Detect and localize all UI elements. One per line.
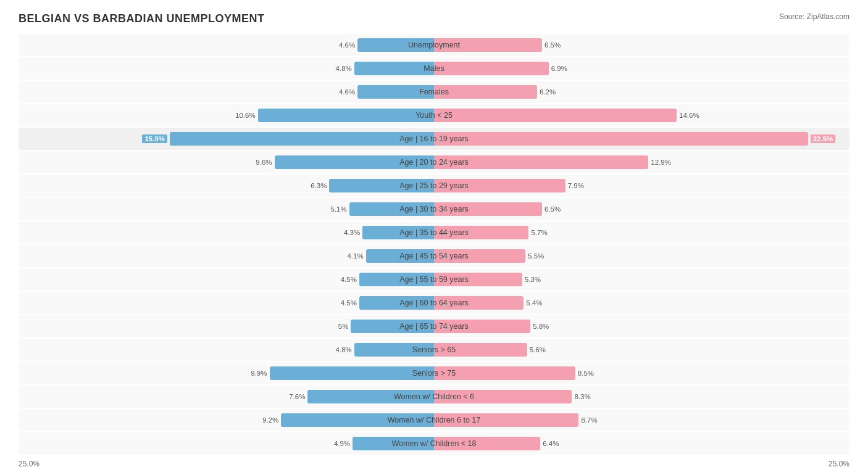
bar-blue-14 — [270, 366, 435, 380]
val-left-1: 4.8% — [336, 65, 352, 72]
bar-row: 9.2% 8.7% Women w/ Children 6 to 17 — [19, 409, 849, 431]
left-side-8: 4.3% — [19, 221, 434, 244]
left-side-3: 10.6% — [19, 104, 434, 126]
val-left-15: 7.6% — [289, 393, 305, 400]
chart-header: BELGIAN VS BARBADIAN UNEMPLOYMENT Source… — [19, 12, 849, 25]
bar-pink-17 — [434, 437, 540, 450]
bar-row: 15.9% 22.5% Age | 16 to 19 years — [19, 128, 849, 150]
val-right-15: 8.3% — [574, 393, 590, 400]
bar-pink-13 — [434, 343, 527, 357]
val-left-17: 4.9% — [334, 440, 350, 447]
bar-row: 4.3% 5.7% Age | 35 to 44 years — [19, 221, 849, 244]
val-right-2: 6.2% — [540, 88, 556, 96]
x-axis: 25.0% 25.0% — [19, 456, 849, 467]
chart-title: BELGIAN VS BARBADIAN UNEMPLOYMENT — [19, 12, 265, 25]
chart-area-14: 9.9% 8.5% Seniors > 75 — [19, 362, 849, 384]
val-left-7: 5.1% — [331, 205, 347, 213]
right-side-12: 5.8% — [434, 315, 849, 337]
left-side-15: 7.6% — [19, 386, 434, 408]
chart-area-16: 9.2% 8.7% Women w/ Children 6 to 17 — [19, 409, 849, 431]
bar-row: 4.6% 6.5% Unemployment — [19, 34, 849, 56]
bar-pink-11 — [434, 296, 524, 310]
chart-area-0: 4.6% 6.5% Unemployment — [19, 34, 849, 56]
right-side-6: 7.9% — [434, 175, 849, 197]
bar-blue-17 — [353, 437, 434, 450]
left-side-5: 9.6% — [19, 151, 434, 173]
x-axis-right: 25.0% — [828, 460, 849, 467]
chart-area-2: 4.6% 6.2% Females — [19, 81, 849, 103]
bar-pink-4 — [434, 132, 808, 146]
bar-row: 4.9% 6.4% Women w/ Children < 18 — [19, 432, 849, 455]
left-side-1: 4.8% — [19, 57, 434, 80]
bar-blue-1 — [354, 62, 434, 75]
bar-row: 4.5% 5.3% Age | 55 to 59 years — [19, 268, 849, 291]
bar-blue-6 — [329, 179, 434, 192]
val-right-11: 5.4% — [526, 299, 542, 307]
bar-pink-3 — [434, 109, 677, 122]
bar-pink-10 — [434, 273, 522, 286]
right-side-17: 6.4% — [434, 432, 849, 455]
right-side-16: 8.7% — [434, 409, 849, 431]
bar-blue-12 — [351, 320, 434, 333]
chart-container: BELGIAN VS BARBADIAN UNEMPLOYMENT Source… — [0, 0, 868, 467]
left-side-14: 9.9% — [19, 362, 434, 384]
val-right-7: 6.5% — [545, 205, 561, 213]
bar-row: 10.6% 14.6% Youth < 25 — [19, 104, 849, 126]
val-right-17: 6.4% — [543, 440, 559, 447]
right-side-10: 5.3% — [434, 268, 849, 291]
left-side-0: 4.6% — [19, 34, 434, 56]
bar-blue-10 — [359, 273, 434, 286]
chart-area-5: 9.6% 12.9% Age | 20 to 24 years — [19, 151, 849, 173]
val-right-4: 22.5% — [811, 134, 836, 143]
val-left-12: 5% — [338, 323, 349, 330]
rows-wrapper: 4.6% 6.5% Unemployment 4.8% — [19, 34, 849, 455]
bar-row: 4.8% 5.6% Seniors > 65 — [19, 339, 849, 361]
bar-pink-14 — [434, 366, 575, 380]
bar-row: 6.3% 7.9% Age | 25 to 29 years — [19, 175, 849, 197]
left-side-10: 4.5% — [19, 268, 434, 291]
bar-blue-9 — [366, 249, 434, 263]
chart-area-12: 5% 5.8% Age | 65 to 74 years — [19, 315, 849, 337]
chart-area-8: 4.3% 5.7% Age | 35 to 44 years — [19, 221, 849, 244]
val-left-9: 4.1% — [347, 252, 363, 260]
right-side-7: 6.5% — [434, 198, 849, 220]
right-side-15: 8.3% — [434, 386, 849, 408]
chart-area-6: 6.3% 7.9% Age | 25 to 29 years — [19, 175, 849, 197]
right-side-8: 5.7% — [434, 221, 849, 244]
x-axis-left: 25.0% — [19, 460, 40, 467]
bar-blue-8 — [362, 226, 434, 239]
val-left-10: 4.5% — [341, 276, 357, 283]
bar-blue-4 — [170, 132, 434, 146]
left-side-4: 15.9% — [19, 128, 434, 150]
val-left-14: 9.9% — [251, 370, 267, 377]
left-side-6: 6.3% — [19, 175, 434, 197]
val-right-10: 5.3% — [525, 276, 541, 283]
val-right-5: 12.9% — [651, 159, 671, 166]
bar-blue-15 — [307, 390, 434, 403]
bar-blue-5 — [275, 155, 434, 169]
val-left-6: 6.3% — [311, 182, 327, 189]
bar-pink-7 — [434, 202, 542, 216]
bar-blue-7 — [349, 202, 434, 216]
bar-row: 5.1% 6.5% Age | 30 to 34 years — [19, 198, 849, 220]
val-right-3: 14.6% — [679, 112, 699, 119]
right-side-9: 5.5% — [434, 245, 849, 267]
val-left-2: 4.6% — [339, 88, 355, 96]
chart-area-9: 4.1% 5.5% Age | 45 to 54 years — [19, 245, 849, 267]
val-right-9: 5.5% — [528, 252, 544, 260]
bar-blue-3 — [258, 109, 434, 122]
val-right-16: 8.7% — [581, 416, 597, 424]
left-side-7: 5.1% — [19, 198, 434, 220]
chart-area-3: 10.6% 14.6% Youth < 25 — [19, 104, 849, 126]
val-left-5: 9.6% — [256, 159, 272, 166]
bar-pink-5 — [434, 155, 648, 169]
left-side-12: 5% — [19, 315, 434, 337]
bar-row: 7.6% 8.3% Women w/ Children < 6 — [19, 386, 849, 408]
val-left-16: 9.2% — [262, 416, 278, 424]
val-right-1: 6.9% — [551, 65, 567, 72]
chart-area-15: 7.6% 8.3% Women w/ Children < 6 — [19, 386, 849, 408]
left-side-9: 4.1% — [19, 245, 434, 267]
bar-blue-2 — [357, 85, 434, 99]
left-side-2: 4.6% — [19, 81, 434, 103]
bar-blue-0 — [357, 38, 434, 52]
